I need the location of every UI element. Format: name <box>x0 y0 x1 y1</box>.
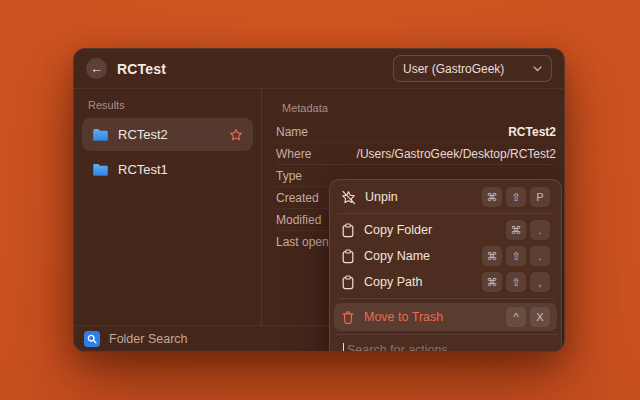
list-item-label: RCTest1 <box>118 162 168 177</box>
folder-icon <box>92 128 109 142</box>
menu-divider <box>337 298 554 299</box>
key-period: . <box>530 220 550 240</box>
chevron-down-icon <box>533 66 542 72</box>
key-cmd: ⌘ <box>506 220 526 240</box>
metadata-row-label: Modified <box>276 213 321 227</box>
user-dropdown-value: User (GastroGeek) <box>403 62 504 76</box>
key-cmd: ⌘ <box>482 246 502 266</box>
metadata-row: Where /Users/GastroGeek/Desktop/RCTest2 <box>276 143 556 165</box>
clipboard-icon <box>341 249 355 264</box>
star-off-icon <box>341 190 356 205</box>
menu-item-label: Unpin <box>365 190 398 204</box>
metadata-row-value: /Users/GastroGeek/Desktop/RCTest2 <box>357 147 556 161</box>
actions-search <box>334 334 557 352</box>
key-cmd: ⌘ <box>482 272 502 292</box>
metadata-row-label: Created <box>276 191 319 205</box>
arrow-left-icon: ← <box>90 62 103 75</box>
key-shift: ⇧ <box>506 187 526 207</box>
text-cursor <box>343 343 344 352</box>
metadata-row-label: Name <box>276 125 308 139</box>
menu-item-label: Copy Folder <box>364 223 432 237</box>
window-header: ← RCTest User (GastroGeek) <box>74 49 564 89</box>
metadata-row-value: RCTest2 <box>508 125 556 139</box>
menu-item-unpin[interactable]: Unpin ⌘ ⇧ P <box>334 184 557 210</box>
results-label: Results <box>88 99 247 111</box>
key-period: . <box>530 246 550 266</box>
key-cmd: ⌘ <box>482 187 502 207</box>
menu-item-move-to-trash[interactable]: Move to Trash ^ X <box>334 303 557 331</box>
search-icon <box>87 334 97 344</box>
key-shift: ⇧ <box>506 246 526 266</box>
app-window: ← RCTest User (GastroGeek) Results RCTes… <box>73 48 565 352</box>
content-area: Results RCTest2 <box>74 89 564 325</box>
menu-item-copy-name[interactable]: Copy Name ⌘ ⇧ . <box>334 243 557 269</box>
actions-menu: Unpin ⌘ ⇧ P Copy Folder ⌘ . <box>329 179 562 352</box>
menu-item-label: Move to Trash <box>364 310 443 324</box>
key-x: X <box>530 307 550 327</box>
actions-search-input[interactable] <box>345 343 548 353</box>
page-title: RCTest <box>117 61 166 77</box>
user-dropdown[interactable]: User (GastroGeek) <box>393 55 552 82</box>
list-item-rctest2[interactable]: RCTest2 <box>82 118 253 151</box>
metadata-row-label: Type <box>276 169 302 183</box>
key-ctrl: ^ <box>506 307 526 327</box>
metadata-row: Name RCTest2 <box>276 121 556 143</box>
menu-item-copy-folder[interactable]: Copy Folder ⌘ . <box>334 217 557 243</box>
trash-icon <box>341 310 355 325</box>
folder-icon <box>92 163 109 177</box>
pin-star-icon <box>229 128 243 142</box>
list-item-label: RCTest2 <box>118 127 168 142</box>
key-p: P <box>530 187 550 207</box>
list-item-rctest1[interactable]: RCTest1 <box>82 153 253 186</box>
back-button[interactable]: ← <box>86 58 107 79</box>
results-panel: Results RCTest2 <box>74 89 262 325</box>
menu-item-label: Copy Name <box>364 249 430 263</box>
clipboard-icon <box>341 275 355 290</box>
metadata-label: Metadata <box>282 102 550 114</box>
key-comma: , <box>530 272 550 292</box>
metadata-row-label: Where <box>276 147 311 161</box>
menu-item-copy-path[interactable]: Copy Path ⌘ ⇧ , <box>334 269 557 295</box>
clipboard-icon <box>341 223 355 238</box>
menu-item-label: Copy Path <box>364 275 422 289</box>
menu-divider <box>337 213 554 214</box>
folder-search-extension-icon <box>84 331 100 347</box>
key-shift: ⇧ <box>506 272 526 292</box>
